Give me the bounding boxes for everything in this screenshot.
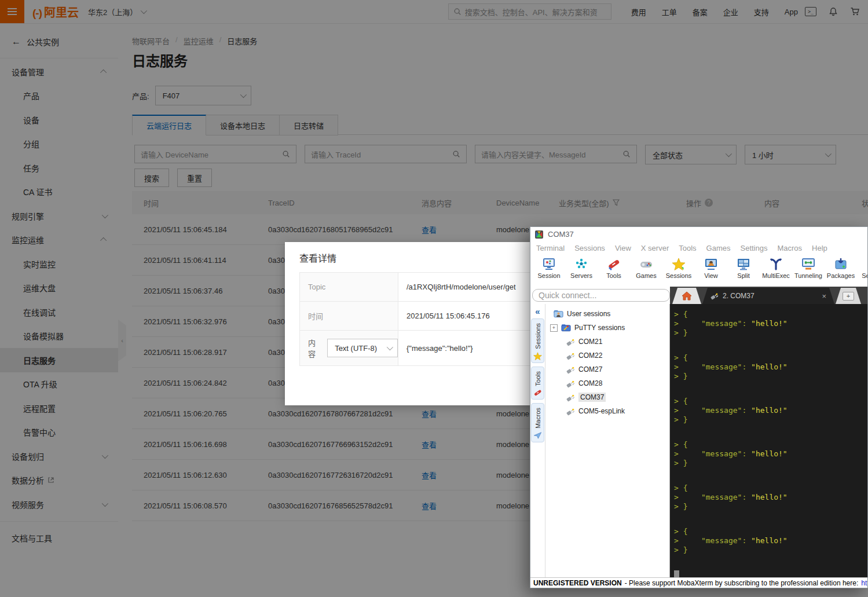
terminal-json-block: > {> "message": "hello!"> } (674, 527, 867, 555)
quick-connect-placeholder: Quick connect... (539, 291, 596, 300)
toolbar-sessions-button[interactable]: Sessions (662, 255, 695, 287)
time-label: 时间 (300, 302, 398, 330)
tree-label: COM28 (578, 379, 602, 387)
serial-plug-icon (566, 338, 575, 346)
menu-macros[interactable]: Macros (777, 244, 802, 252)
content-label: 内容 (308, 337, 321, 359)
toolbar-settings-button[interactable]: Settings (857, 255, 867, 287)
split-icon (737, 258, 750, 270)
toolbar-split-button[interactable]: Split (727, 255, 760, 287)
terminal-tab-label: 2. COM37 (723, 292, 755, 300)
side-tab-tools[interactable]: Tools (531, 367, 544, 400)
statusbar-text: - Please support MobaXterm by subscribin… (625, 579, 859, 587)
putty-folder-icon (561, 324, 571, 332)
side-tab-sessions[interactable]: Sessions (531, 318, 544, 363)
tools-icon (607, 258, 621, 270)
mobaxterm-window-title: COM37 (548, 230, 574, 239)
home-icon (682, 291, 692, 301)
terminal-json-block: > {> "message": "hello!"> } (674, 440, 867, 468)
terminal-json-block: > {> "message": "hello!"> } (674, 353, 867, 381)
sessions-tree: User sessions + PuTTY sessions COM21 COM… (545, 304, 670, 577)
new-tab-button[interactable]: + (836, 288, 861, 304)
toolbar-multiexec-button[interactable]: MultiExec (760, 255, 792, 287)
menu-x-server[interactable]: X server (641, 244, 669, 252)
mobaxterm-side-strip: « Sessions Tools Macros (530, 304, 545, 577)
serial-plug-icon (566, 351, 575, 360)
serial-plug-icon (566, 379, 575, 388)
expand-icon[interactable]: + (550, 324, 558, 332)
toolbar-games-button[interactable]: Games (630, 255, 662, 287)
menu-sessions[interactable]: Sessions (574, 244, 605, 252)
toolbar-button-label: MultiExec (762, 272, 790, 279)
terminal-cursor (674, 570, 679, 577)
toolbar-tools-button[interactable]: Tools (598, 255, 630, 287)
menu-terminal[interactable]: Terminal (536, 244, 565, 252)
toolbar-button-label: Session (537, 272, 560, 279)
tree-item-COM21[interactable]: COM21 (545, 335, 669, 349)
settings-icon (866, 258, 867, 270)
mobaxterm-window: COM37 TerminalSessionsViewX serverToolsG… (530, 226, 868, 588)
toolbar-button-label: Sessions (666, 272, 692, 279)
toolbar-button-label: Tunneling (794, 272, 822, 279)
toolbar-packages-button[interactable]: Packages (825, 255, 857, 287)
view-icon (704, 258, 718, 270)
terminal-tab-com37[interactable]: 2. COM37 × (702, 288, 834, 304)
menu-settings[interactable]: Settings (741, 244, 768, 252)
serial-plug-icon (710, 292, 719, 300)
mobaxterm-toolbar: Session Servers Tools Games Sessions Vie… (530, 255, 867, 287)
menu-view[interactable]: View (615, 244, 631, 252)
tree-item-COM5-espLink[interactable]: COM5-espLink (545, 404, 669, 418)
close-tab-icon[interactable]: × (822, 292, 826, 301)
tree-item-COM28[interactable]: COM28 (545, 376, 669, 390)
multiexec-icon (769, 258, 783, 270)
tree-item-putty-sessions[interactable]: + PuTTY sessions (545, 321, 669, 335)
tunneling-icon (801, 258, 815, 270)
toolbar-button-label: Settings (862, 272, 867, 279)
serial-plug-icon (566, 365, 575, 374)
terminal-json-block: > {> "message": "hello!"> } (674, 397, 867, 424)
toolbar-button-label: Split (737, 272, 749, 279)
side-tab-macros[interactable]: Macros (531, 403, 544, 442)
sessions-icon (672, 258, 686, 270)
toolbar-button-label: Servers (570, 272, 592, 279)
content-label-cell: 内容 Text (UTF-8) (300, 331, 398, 365)
statusbar-link[interactable]: https://mobax (861, 579, 867, 587)
toolbar-session-button[interactable]: Session (533, 255, 565, 287)
session-icon (542, 258, 556, 270)
chevron-down-icon (387, 344, 393, 350)
servers-icon (574, 258, 588, 270)
quick-connect-input[interactable]: Quick connect... (532, 289, 670, 302)
tree-item-user-sessions[interactable]: User sessions (545, 307, 669, 321)
side-tab-label: Sessions (534, 323, 541, 349)
collapse-panel-icon[interactable]: « (535, 307, 540, 316)
mobaxterm-menubar: TerminalSessionsViewX serverToolsGamesSe… (530, 241, 867, 255)
tree-item-COM22[interactable]: COM22 (545, 349, 669, 362)
tree-label: COM22 (578, 351, 602, 360)
menu-help[interactable]: Help (812, 244, 827, 252)
menu-games[interactable]: Games (706, 244, 731, 252)
serial-plug-icon (566, 393, 575, 402)
tree-item-COM37[interactable]: COM37 (545, 390, 669, 404)
tree-label: PuTTY sessions (574, 324, 625, 332)
terminal-output[interactable]: > {> "message": "hello!"> }> {> "message… (670, 304, 867, 577)
encoding-select[interactable]: Text (UTF-8) (327, 339, 398, 357)
tree-item-COM27[interactable]: COM27 (545, 362, 669, 376)
encoding-value: Text (UTF-8) (335, 344, 377, 353)
serial-plug-icon (566, 407, 575, 416)
mobaxterm-titlebar[interactable]: COM37 (530, 227, 867, 241)
terminal-json-block: > {> "message": "hello!"> } (674, 484, 867, 511)
topic-label: Topic (300, 273, 398, 301)
menu-tools[interactable]: Tools (679, 244, 696, 252)
home-tab[interactable] (672, 288, 701, 304)
side-tab-label: Tools (534, 371, 541, 386)
user-folder-icon (554, 310, 563, 318)
mobaxterm-statusbar: UNREGISTERED VERSION - Please support Mo… (530, 577, 867, 588)
unregistered-label: UNREGISTERED VERSION (533, 579, 622, 587)
toolbar-tunneling-button[interactable]: Tunneling (792, 255, 825, 287)
tree-label: COM27 (578, 365, 602, 373)
knife-icon (533, 389, 542, 397)
toolbar-servers-button[interactable]: Servers (565, 255, 598, 287)
toolbar-button-label: Packages (827, 272, 855, 279)
toolbar-view-button[interactable]: View (695, 255, 727, 287)
terminal-tabbar: 2. COM37 × + (670, 287, 867, 304)
